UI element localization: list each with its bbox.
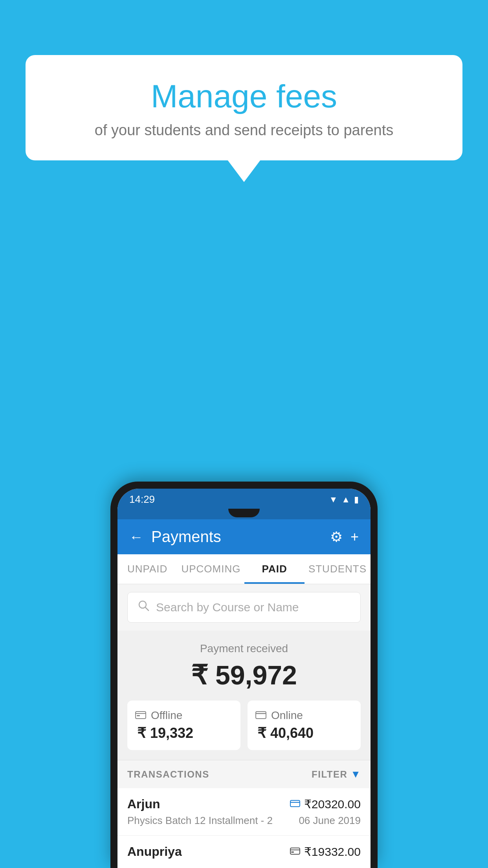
online-icon	[255, 709, 266, 722]
phone-inner: 14:29 ▼ ▲ ▮ ← Payments ⚙ + UNPAI	[117, 489, 371, 868]
transactions-header: TRANSACTIONS FILTER ▼	[117, 760, 371, 788]
transaction-amount: ₹20320.00	[304, 797, 361, 811]
svg-rect-4	[137, 715, 140, 716]
payment-label: Payment received	[127, 642, 361, 655]
bubble-subtitle: of your students and send receipts to pa…	[45, 122, 443, 139]
tab-paid[interactable]: PAID	[244, 554, 304, 584]
phone-frame: 14:29 ▼ ▲ ▮ ← Payments ⚙ + UNPAI	[110, 482, 378, 868]
page-title: Payments	[151, 528, 221, 546]
search-placeholder: Search by Course or Name	[156, 601, 299, 614]
transaction-top: Arjun ₹20320.00	[127, 797, 361, 811]
svg-rect-9	[290, 848, 300, 854]
header-right: ⚙ +	[330, 529, 359, 545]
status-icons: ▼ ▲ ▮	[329, 495, 359, 505]
filter-icon: ▼	[350, 768, 361, 780]
signal-icon: ▲	[341, 495, 350, 505]
student-name-2: Anupriya	[127, 844, 182, 859]
transaction-top-2: Anupriya ₹19332.00	[127, 844, 361, 859]
payment-summary: Payment received ₹ 59,972 Offline	[117, 631, 371, 760]
online-card-top: Online	[255, 709, 303, 722]
online-card: Online ₹ 40,640	[248, 701, 361, 750]
transaction-date: 06 June 2019	[299, 815, 361, 827]
status-time: 14:29	[129, 493, 155, 506]
svg-line-1	[145, 607, 149, 611]
svg-rect-2	[136, 712, 146, 719]
filter-label: FILTER	[312, 769, 347, 780]
tab-unpaid[interactable]: UNPAID	[117, 554, 177, 584]
payment-type-icon-2	[290, 846, 300, 858]
wifi-icon: ▼	[329, 495, 338, 505]
svg-rect-11	[291, 851, 294, 853]
search-container: Search by Course or Name	[117, 584, 371, 631]
header-left: ← Payments	[129, 528, 221, 546]
payment-cards: Offline ₹ 19,332 Online ₹ 4	[127, 701, 361, 750]
offline-card-top: Offline	[135, 709, 182, 722]
speech-bubble-container: Manage fees of your students and send re…	[26, 55, 462, 160]
payment-total: ₹ 59,972	[127, 660, 361, 691]
tabs-bar: UNPAID UPCOMING PAID STUDENTS	[117, 554, 371, 584]
payment-type-icon	[290, 798, 300, 810]
transaction-bottom: Physics Batch 12 Installment - 2 06 June…	[127, 815, 361, 827]
search-icon	[138, 600, 150, 615]
svg-rect-5	[256, 712, 266, 719]
online-label: Online	[271, 709, 303, 722]
filter-button[interactable]: FILTER ▼	[312, 768, 361, 780]
notch	[228, 509, 260, 517]
settings-icon[interactable]: ⚙	[330, 529, 343, 545]
offline-card: Offline ₹ 19,332	[127, 701, 240, 750]
speech-bubble: Manage fees of your students and send re…	[26, 55, 462, 160]
svg-rect-7	[290, 800, 300, 807]
tab-students[interactable]: STUDENTS	[305, 554, 371, 584]
notch-area	[117, 509, 371, 519]
app-header: ← Payments ⚙ +	[117, 519, 371, 554]
transaction-amount-wrap: ₹20320.00	[290, 797, 361, 811]
student-name: Arjun	[127, 797, 160, 811]
bubble-title: Manage fees	[45, 79, 443, 114]
back-button[interactable]: ←	[129, 529, 143, 545]
transaction-row: Arjun ₹20320.00 Physics Batch 12 Install…	[117, 788, 371, 836]
transaction-amount-2: ₹19332.00	[304, 845, 361, 859]
transactions-label: TRANSACTIONS	[127, 769, 209, 780]
tab-upcoming[interactable]: UPCOMING	[177, 554, 244, 584]
course-label: Physics Batch 12 Installment - 2	[127, 815, 273, 827]
transaction-row-partial: Anupriya ₹19332.00	[117, 836, 371, 868]
search-box[interactable]: Search by Course or Name	[127, 592, 361, 623]
status-bar: 14:29 ▼ ▲ ▮	[117, 489, 371, 509]
online-amount: ₹ 40,640	[255, 725, 314, 741]
battery-icon: ▮	[354, 495, 359, 505]
offline-label: Offline	[151, 709, 182, 722]
offline-amount: ₹ 19,332	[135, 725, 193, 741]
offline-icon	[135, 709, 146, 722]
add-icon[interactable]: +	[350, 529, 359, 545]
transaction-amount-wrap-2: ₹19332.00	[290, 845, 361, 859]
